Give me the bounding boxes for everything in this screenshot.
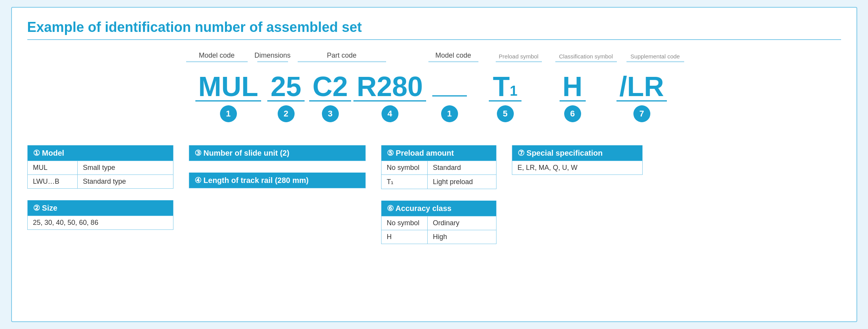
special-table-group: ⑦ Special specification E, LR, MA, Q, U,… (512, 145, 643, 175)
badge-2: 2 (278, 105, 295, 122)
label-dimensions-text: Dimensions (254, 52, 290, 60)
accuracy-row2-col2: High (427, 230, 496, 244)
left-table-group: ① Model MUL Small type LWU…B Standard ty… (27, 145, 173, 230)
code-t1: T 1 5 (475, 73, 536, 122)
main-container: Example of identification number of asse… (11, 7, 857, 322)
model-row1-col2: Small type (77, 161, 173, 175)
label-preload-symbol: Preload symbol (488, 53, 550, 62)
code-25: 25 2 (267, 73, 305, 122)
label-model-code-2: Model code (419, 52, 488, 62)
code-mul-text: MUL (195, 73, 262, 101)
accuracy-table-header: ⑥ Accuracy class (381, 201, 496, 216)
right-table-group: ⑤ Preload amount No symbol Standard T₁ L… (381, 145, 496, 244)
label-dimensions: Dimensions (253, 52, 292, 62)
label-classification-symbol-text: Classification symbol (559, 53, 613, 60)
table-row: LWU…B Standard type (27, 175, 173, 189)
page-title: Example of identification number of asse… (27, 19, 841, 40)
code-r280: R280 4 (355, 73, 425, 122)
badge-7: 7 (633, 105, 650, 122)
preload-row2-col2: Light preload (427, 175, 496, 189)
code-h-text: H (560, 73, 586, 101)
label-model-code-2-text: Model code (435, 52, 471, 60)
size-value: 25, 30, 40, 50, 60, 86 (27, 216, 173, 230)
model-row2-col1: LWU…B (27, 175, 77, 189)
code-h: H 6 (540, 73, 605, 122)
label-model-code-text: Model code (199, 52, 235, 60)
badge-1b: 1 (441, 105, 458, 122)
label-part-code: Part code (292, 52, 392, 62)
table-row: 25, 30, 40, 50, 60, 86 (27, 216, 173, 230)
table-row: No symbol Ordinary (381, 216, 496, 230)
special-table-header: ⑦ Special specification (512, 145, 642, 161)
code-c2: C2 3 (309, 73, 352, 122)
labels-row: Model code Dimensions Part code Model co… (180, 52, 688, 62)
slide-unit-header: ③ Number of slide unit (2) (189, 145, 365, 161)
badge-6: 6 (564, 105, 581, 122)
label-supplemental-code-text: Supplemental code (630, 53, 680, 60)
table-row: H High (381, 230, 496, 244)
table-row: E, LR, MA, Q, U, W (512, 161, 642, 175)
track-rail-table: ④ Length of track rail (280 mm) (189, 173, 366, 188)
table-row: No symbol Standard (381, 161, 496, 175)
model-row2-col2: Standard type (77, 175, 173, 189)
code-c2-text: C2 (309, 73, 351, 101)
code-lr: /LR 7 (609, 73, 675, 122)
accuracy-row2-col1: H (381, 230, 427, 244)
preload-row2-col1: T₁ (381, 175, 427, 189)
preload-table-header: ⑤ Preload amount (381, 145, 496, 161)
track-rail-header: ④ Length of track rail (280 mm) (189, 173, 365, 188)
size-table: ② Size 25, 30, 40, 50, 60, 86 (27, 200, 173, 230)
code-diagram: Model code Dimensions Part code Model co… (27, 52, 841, 126)
accuracy-row1-col1: No symbol (381, 216, 427, 230)
tables-section: ① Model MUL Small type LWU…B Standard ty… (27, 145, 841, 244)
model-row1-col1: MUL (27, 161, 77, 175)
table-row: MUL Small type (27, 161, 173, 175)
accuracy-row1-col2: Ordinary (427, 216, 496, 230)
badge-4: 4 (382, 105, 398, 122)
code-t1-text: T (493, 73, 510, 100)
badge-3: 3 (322, 105, 339, 122)
preload-table: ⑤ Preload amount No symbol Standard T₁ L… (381, 145, 496, 189)
label-part-code-text: Part code (327, 52, 357, 60)
label-supplemental-code: Supplemental code (623, 53, 688, 62)
label-preload-symbol-text: Preload symbol (499, 53, 538, 60)
accuracy-table: ⑥ Accuracy class No symbol Ordinary H Hi… (381, 201, 496, 244)
table-row: T₁ Light preload (381, 175, 496, 189)
codes-row: MUL 1 25 2 C2 3 R280 4 1 (194, 69, 675, 122)
preload-row1-col1: No symbol (381, 161, 427, 175)
model-table-header: ① Model (27, 145, 173, 161)
code-blank: 1 (428, 69, 471, 122)
badge-1a: 1 (220, 105, 237, 122)
code-t1-sub: 1 (510, 82, 517, 100)
code-r280-text: R280 (353, 73, 426, 101)
preload-row1-col2: Standard (427, 161, 496, 175)
special-value: E, LR, MA, Q, U, W (512, 161, 642, 175)
middle-table-group: ③ Number of slide unit (2) ④ Length of t… (189, 145, 366, 188)
code-lr-text: /LR (616, 73, 667, 101)
badge-5: 5 (497, 105, 514, 122)
code-mul: MUL 1 (194, 73, 263, 122)
special-table: ⑦ Special specification E, LR, MA, Q, U,… (512, 145, 643, 175)
label-model-code: Model code (180, 52, 253, 62)
code-25-text: 25 (267, 73, 304, 101)
label-classification-symbol: Classification symbol (550, 53, 623, 62)
model-table: ① Model MUL Small type LWU…B Standard ty… (27, 145, 173, 189)
slide-unit-table: ③ Number of slide unit (2) (189, 145, 366, 161)
size-table-header: ② Size (27, 200, 173, 216)
